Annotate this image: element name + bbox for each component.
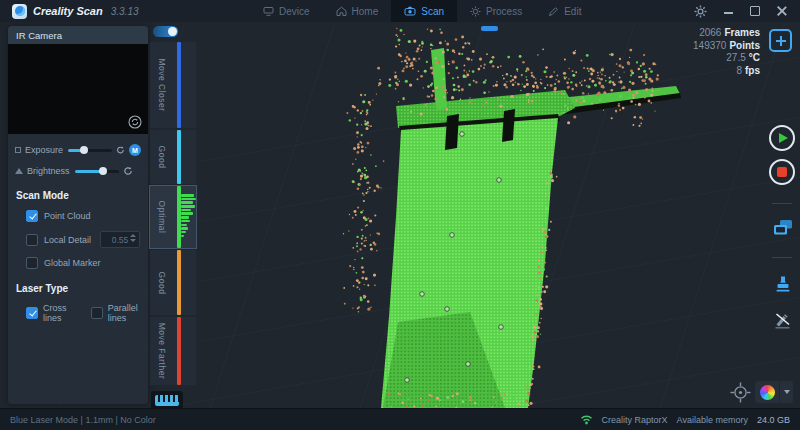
local-detail-input[interactable]: 0.55 [100,231,140,248]
laser-type-options: Cross lines Parallel lines [8,303,148,323]
camera-switch-icon[interactable] [128,115,142,129]
mode-info: Blue Laser Mode | 1.1mm | No Color [10,415,156,425]
local-detail-value: 0.55 [112,235,129,245]
camera-panel: IR Camera Exposure M Brightness Scan Mod… [8,26,148,404]
minimize-button[interactable] [722,5,734,17]
device-name: Creality RaptorX [602,415,668,425]
color-sphere-icon [760,385,775,400]
points-stat: 149370Points [693,40,760,53]
scan-icon [404,6,416,17]
edit-pencil-icon [548,6,559,17]
exposure-slider[interactable] [68,149,112,152]
global-marker-label: Global Marker [44,258,101,268]
memory-value: 24.0 GB [757,415,790,425]
ir-camera-preview [8,44,148,134]
device-icon [263,6,274,17]
color-mode-button[interactable] [755,381,779,403]
sweep-clear-button[interactable] [773,310,793,329]
app-name: Creality Scan [33,5,103,17]
tab-home-label: Home [352,6,379,17]
tab-home[interactable]: Home [323,0,392,22]
cross-lines-option[interactable]: Cross lines [26,303,78,323]
tab-scan-label: Scan [421,6,444,17]
scan-stats: 2066Frames 149370Points 27.5°C 8fps [693,27,760,77]
fps-stat: 8fps [693,65,760,78]
exposure-icon [15,147,21,153]
app-logo-icon [12,4,27,19]
tab-device-label: Device [279,6,310,17]
app-identity: Creality Scan 3.3.13 [0,4,139,19]
app-version: 3.3.13 [111,6,139,17]
parallel-lines-label: Parallel lines [108,303,148,323]
camera-panel-title: IR Camera [8,26,148,44]
point-cloud-object [381,48,681,408]
color-mode-dropdown[interactable] [780,381,793,403]
parallel-lines-option[interactable]: Parallel lines [91,303,148,323]
divider [772,203,792,204]
zone-good-near: Good [150,130,196,184]
zone-move-farther: Move Farther [150,317,196,385]
frames-stat: 2066Frames [693,27,760,40]
tab-process-label: Process [486,6,522,17]
process-gear-icon [470,6,481,17]
distance-indicator: Move Closer Good Optimal Good Move Farth… [150,26,197,409]
tab-process[interactable]: Process [457,0,535,22]
nav-tabs: Device Home Scan Process Edit [250,0,594,22]
exposure-manual-badge[interactable]: M [129,144,141,156]
play-icon [779,133,788,143]
recenter-target-button[interactable] [729,381,752,404]
stop-record-icon [777,167,787,177]
settings-gear-icon[interactable] [694,5,707,18]
brightness-icon [15,168,23,174]
scan-mode-title: Scan Mode [8,190,148,201]
brightness-slider[interactable] [75,170,119,173]
cross-lines-checkbox[interactable] [26,307,38,319]
ruler-button[interactable] [151,391,183,409]
global-marker-option[interactable]: Global Marker [8,257,148,269]
local-detail-label: Local Detail [44,235,91,245]
maximize-button[interactable] [749,5,761,17]
add-project-button[interactable] [769,29,792,52]
brightness-reset-icon[interactable] [123,166,133,176]
exposure-reset-icon[interactable] [116,145,125,155]
distance-bar-toggle[interactable] [153,26,178,37]
tab-scan[interactable]: Scan [391,0,457,22]
laser-type-title: Laser Type [8,283,148,294]
temperature-stat: 27.5°C [693,52,760,65]
brightness-label: Brightness [27,166,71,176]
point-cloud-label: Point Cloud [44,211,91,221]
home-icon [336,6,347,17]
divider [772,257,792,258]
close-button[interactable] [776,5,788,17]
local-detail-stepper[interactable] [130,234,136,242]
window-controls [694,5,800,18]
zone-move-closer: Move Closer [150,42,196,128]
distance-zones: Move Closer Good Optimal Good Move Farth… [150,42,197,385]
start-scan-button[interactable] [769,125,795,151]
exposure-label: Exposure [25,145,64,155]
ruler-icon [155,395,179,406]
global-marker-checkbox[interactable] [26,257,38,269]
local-detail-checkbox[interactable] [26,234,38,246]
point-cloud-checkbox[interactable] [26,210,38,222]
brightness-row: Brightness [8,166,148,176]
tab-device[interactable]: Device [250,0,323,22]
point-cloud-option[interactable]: Point Cloud [8,210,148,222]
frames-preview-button[interactable] [772,218,794,238]
local-detail-option[interactable]: Local Detail 0.55 [8,231,148,248]
connection-signal-icon [580,414,593,425]
statusbar: Blue Laser Mode | 1.1mm | No Color Creal… [0,408,800,430]
exposure-row: Exposure M [8,144,148,156]
titlebar: Creality Scan 3.3.13 Device Home Scan Pr… [0,0,800,22]
tab-edit-label: Edit [564,6,581,17]
cross-lines-label: Cross lines [43,303,78,323]
parallel-lines-checkbox[interactable] [91,307,103,319]
zone-optimal: Optimal [150,186,196,248]
stamp-marker-button[interactable] [773,275,793,294]
stop-scan-button[interactable] [769,159,795,185]
zone-good-far: Good [150,250,196,315]
tab-edit[interactable]: Edit [535,0,594,22]
viewport-top-indicator [481,26,498,31]
memory-label: Available memory [677,415,748,425]
distance-histogram [181,194,196,238]
